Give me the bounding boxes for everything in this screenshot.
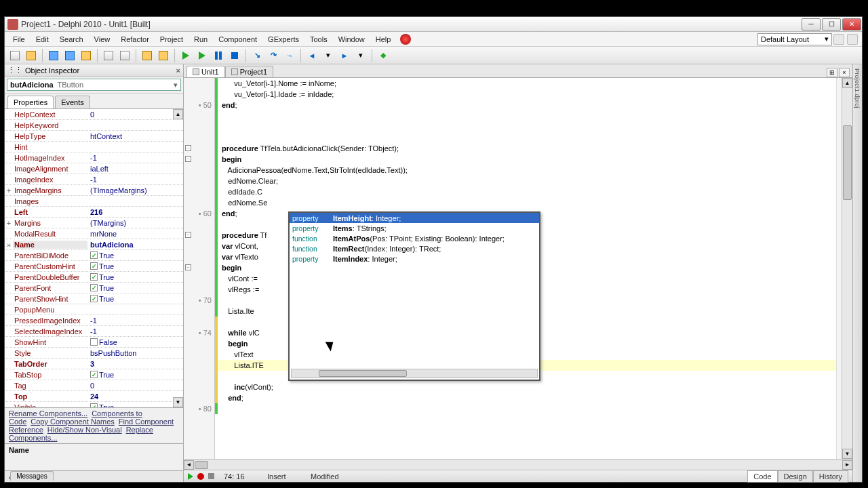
code-line[interactable]: vu_Vetor[i-1].Nome := inNome; [218, 78, 836, 89]
checkbox-icon[interactable] [90, 284, 98, 291]
close-tab-button[interactable]: × [839, 68, 850, 77]
property-row[interactable]: +ImageMargins(TImageMargins) [5, 185, 183, 196]
fold-icon[interactable]: − [185, 264, 191, 270]
code-line[interactable] [218, 403, 836, 414]
forward-button[interactable]: ► [337, 48, 352, 63]
layout-delete-icon[interactable] [847, 34, 858, 45]
code-line[interactable]: edNome.Clear; [218, 176, 836, 186]
property-grid[interactable]: ▲ ▼ HelpContext0HelpKeywordHelpTypehtCon… [5, 108, 183, 407]
inspector-link[interactable]: Copy Component Names [31, 418, 115, 426]
maximize-button[interactable]: ☐ [822, 18, 841, 30]
new-button[interactable] [7, 48, 22, 63]
scroll-up-icon[interactable]: ▲ [842, 78, 852, 88]
scroll-down-button[interactable]: ▼ [173, 397, 183, 407]
checkbox-icon[interactable] [90, 251, 98, 259]
inspector-titlebar[interactable]: ⋮⋮ Object Inspector × [5, 64, 183, 77]
horizontal-scrollbar[interactable]: ◄ ► [184, 459, 852, 470]
code-line[interactable]: inc(vlCont); [218, 382, 836, 392]
checkbox-icon[interactable] [90, 295, 98, 302]
inspector-link[interactable]: Hide/Show Non-Visual [47, 426, 122, 434]
property-row[interactable]: »NamebutAdiciona [5, 239, 183, 250]
completion-item[interactable]: functionItemRect(Index: Integer): TRect; [290, 243, 539, 253]
checkbox-icon[interactable] [90, 338, 98, 346]
property-row[interactable]: ParentShowHintTrue [5, 293, 183, 304]
property-value[interactable]: 0 [87, 110, 183, 119]
saveall-button[interactable] [62, 48, 77, 63]
code-line[interactable]: vu_Vetor[i-1].Idade := inIdade; [218, 89, 836, 100]
property-value[interactable]: (TImageMargins) [87, 186, 183, 195]
property-row[interactable]: HelpKeyword [5, 120, 183, 131]
back-button[interactable]: ◄ [304, 48, 319, 63]
property-row[interactable]: Hint [5, 142, 183, 152]
fold-icon[interactable]: − [185, 145, 191, 151]
scroll-left-icon[interactable]: ◄ [184, 460, 194, 470]
menu-window[interactable]: Window [333, 33, 370, 45]
fold-icon[interactable]: − [185, 232, 191, 238]
property-value[interactable]: htContext [87, 132, 183, 140]
menu-gexperts[interactable]: GExperts [262, 33, 304, 45]
run-to-cursor-button[interactable]: → [282, 48, 297, 63]
property-value[interactable]: 216 [87, 208, 183, 216]
step-over-button[interactable]: ↷ [266, 48, 281, 63]
macro-record-icon[interactable] [197, 473, 204, 480]
menu-file[interactable]: File [7, 33, 31, 45]
redo-button[interactable] [156, 48, 171, 63]
property-value[interactable]: False [87, 338, 183, 346]
menu-project[interactable]: Project [155, 33, 189, 45]
property-value[interactable]: -1 [87, 327, 183, 336]
inspector-close-icon[interactable]: × [176, 66, 180, 75]
editor-tab-project1[interactable]: Project1 [225, 66, 273, 77]
property-row[interactable]: ParentBiDiModeTrue [5, 250, 183, 261]
pause-button[interactable] [211, 48, 226, 63]
checkbox-icon[interactable] [90, 273, 98, 281]
property-value[interactable]: True [87, 295, 183, 303]
docked-panels-right[interactable]: Project1.dproj [852, 64, 862, 482]
property-value[interactable]: 0 [87, 382, 183, 390]
tab-code[interactable]: Code [747, 470, 777, 483]
menu-component[interactable]: Component [213, 33, 262, 45]
property-row[interactable]: PressedImageIndex-1 [5, 315, 183, 326]
menu-view[interactable]: View [89, 33, 116, 45]
add-file-button[interactable] [101, 48, 116, 63]
property-row[interactable]: ShowHintFalse [5, 337, 183, 348]
vertical-scrollbar[interactable]: ▲ ▼ [842, 78, 852, 459]
expand-icon[interactable]: + [5, 186, 13, 195]
code-line[interactable] [218, 132, 836, 143]
layout-save-icon[interactable] [833, 34, 844, 45]
property-value[interactable]: mrNone [87, 230, 183, 238]
tab-events[interactable]: Events [55, 96, 90, 108]
code-line[interactable] [218, 121, 836, 132]
scroll-thumb[interactable] [195, 461, 208, 469]
property-row[interactable]: StylebsPushButton [5, 348, 183, 359]
property-value[interactable]: True [87, 284, 183, 292]
save-button[interactable] [46, 48, 61, 63]
expand-icon[interactable]: + [5, 219, 13, 227]
property-row[interactable]: HotImageIndex-1 [5, 152, 183, 163]
run-nodebug-button[interactable] [195, 48, 210, 63]
menu-refactor[interactable]: Refactor [115, 33, 155, 45]
property-row[interactable]: TabOrder3 [5, 359, 183, 369]
property-row[interactable]: HelpContext0 [5, 109, 183, 120]
menu-edit[interactable]: Edit [31, 33, 54, 45]
property-value[interactable]: 24 [87, 392, 183, 401]
property-row[interactable]: Images [5, 196, 183, 207]
help-contents-button[interactable]: ◆ [376, 48, 391, 63]
menu-run[interactable]: Run [189, 33, 213, 45]
open-project-button[interactable] [79, 48, 94, 63]
property-value[interactable]: True [87, 251, 183, 260]
property-row[interactable]: +Margins(TMargins) [5, 218, 183, 228]
code-completion-popup[interactable]: propertyItemHeight: Integer;propertyItem… [288, 211, 540, 381]
editor-tab-unit1[interactable]: Unit1 [186, 66, 225, 77]
checkbox-icon[interactable] [90, 371, 98, 378]
tab-properties[interactable]: Properties [7, 96, 54, 108]
trace-into-button[interactable]: ↘ [250, 48, 264, 63]
property-value[interactable]: (TMargins) [87, 219, 183, 227]
menu-search[interactable]: Search [54, 33, 89, 45]
property-row[interactable]: ParentDoubleBufferTrue [5, 272, 183, 283]
property-row[interactable]: HelpTypehtContext [5, 131, 183, 142]
property-row[interactable]: ParentFontTrue [5, 283, 183, 293]
property-row[interactable]: PopupMenu [5, 304, 183, 315]
property-value[interactable]: -1 [87, 317, 183, 325]
scroll-thumb[interactable] [843, 125, 852, 200]
undo-button[interactable] [140, 48, 155, 63]
